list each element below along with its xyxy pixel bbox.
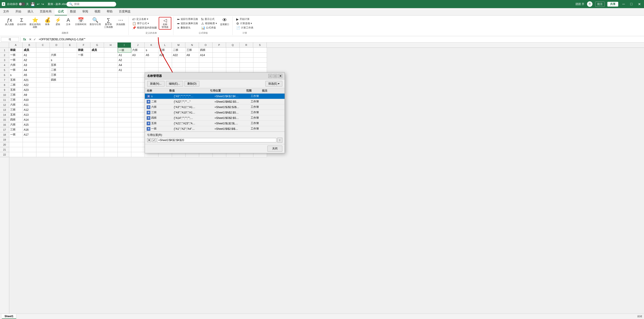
cell-D22[interactable]	[50, 152, 64, 157]
cell-L3[interactable]	[158, 58, 172, 62]
cell-I7[interactable]	[118, 78, 131, 82]
comment-button[interactable]: 批注	[595, 2, 605, 7]
cell-J10[interactable]	[131, 92, 145, 98]
cell-B4[interactable]: A3	[23, 62, 36, 68]
cell-D13[interactable]	[50, 108, 64, 112]
cell-F5[interactable]	[77, 68, 91, 72]
cell-A22[interactable]	[9, 152, 23, 157]
cell-J5[interactable]	[131, 68, 145, 72]
nm-close-button[interactable]: ✕	[278, 74, 282, 78]
math-button[interactable]: ∑ 数学和三角函数	[102, 17, 114, 29]
trace-precedents-button[interactable]: ⬅ 追踪引用单元格	[176, 17, 199, 21]
cell-I12[interactable]	[118, 102, 131, 108]
row-header-15[interactable]: 15	[0, 117, 9, 122]
cell-J19[interactable]	[131, 137, 145, 142]
col-header-N[interactable]: N	[185, 42, 199, 48]
row-header-21[interactable]: 21	[0, 147, 9, 152]
watch-window-button[interactable]: 👁 监视窗口	[219, 17, 230, 26]
cell-A10[interactable]: 三班	[9, 92, 23, 98]
row-header-8[interactable]: 8	[0, 82, 9, 88]
row-header-13[interactable]: 13	[0, 108, 9, 112]
cell-C17[interactable]	[36, 127, 50, 132]
cell-D15[interactable]	[50, 117, 64, 122]
cell-H20[interactable]	[104, 142, 118, 147]
col-header-G[interactable]: G	[90, 42, 104, 48]
col-header-J[interactable]: J	[131, 42, 145, 48]
nm-minimize-button[interactable]: ─	[268, 74, 272, 78]
cell-B9[interactable]: A23	[23, 88, 36, 92]
name-manager-button[interactable]: ◁ 名称管理器	[159, 17, 171, 30]
cell-I20[interactable]	[118, 142, 131, 147]
cell-C14[interactable]	[36, 112, 50, 117]
cell-E11[interactable]	[64, 98, 77, 102]
tab-layout[interactable]: 页面布局	[36, 8, 55, 15]
search-input[interactable]	[74, 2, 114, 6]
cell-K3[interactable]	[145, 58, 158, 62]
cell-C19[interactable]	[36, 137, 50, 142]
cell-C15[interactable]	[36, 117, 50, 122]
cell-A19[interactable]	[9, 137, 23, 142]
cell-E16[interactable]	[64, 122, 77, 127]
cell-F22[interactable]	[77, 152, 91, 157]
cell-A20[interactable]	[9, 142, 23, 147]
cell-H17[interactable]	[104, 127, 118, 132]
cell-H18[interactable]	[104, 132, 118, 137]
cell-I10[interactable]	[118, 92, 131, 98]
cell-B10[interactable]: A9	[23, 92, 36, 98]
redo-icon[interactable]: ↪	[41, 2, 44, 6]
define-name-button[interactable]: 🏷 定义名称 ▾	[131, 17, 158, 21]
cell-B6[interactable]: A5	[23, 72, 36, 78]
cell-E5[interactable]	[64, 68, 77, 72]
create-from-selection-button[interactable]: 📌 根据所选内容创建	[131, 26, 158, 30]
cell-G5[interactable]	[91, 68, 104, 72]
cell-P1[interactable]	[213, 48, 226, 53]
cell-D18[interactable]	[50, 132, 64, 137]
cell-B8[interactable]: A22	[23, 82, 36, 88]
cell-H15[interactable]	[104, 117, 118, 122]
row-header-7[interactable]: 7	[0, 78, 9, 82]
tab-help[interactable]: 帮助	[104, 8, 116, 15]
cell-I5[interactable]: A1	[118, 68, 131, 72]
corner-cell[interactable]	[0, 42, 9, 48]
cell-I6[interactable]	[118, 72, 131, 78]
cell-K4[interactable]	[145, 62, 158, 68]
cell-H4[interactable]	[104, 62, 118, 68]
cell-J20[interactable]	[131, 142, 145, 147]
tab-home[interactable]: 开始	[12, 8, 24, 15]
cell-F16[interactable]	[77, 122, 91, 127]
cell-E15[interactable]	[64, 117, 77, 122]
cell-G13[interactable]	[91, 108, 104, 112]
cell-D7[interactable]: 四班	[50, 78, 64, 82]
start-calc-button[interactable]: ▶ 开始计算	[235, 17, 255, 21]
cell-H19[interactable]	[104, 137, 118, 142]
cell-B5[interactable]: A4	[23, 68, 36, 72]
cell-F13[interactable]	[77, 108, 91, 112]
logical-button[interactable]: ⚡ 逻辑	[53, 17, 63, 26]
cell-H5[interactable]	[104, 68, 118, 72]
cell-C12[interactable]	[36, 102, 50, 108]
cell-D5[interactable]: 二班	[50, 68, 64, 72]
insert-function-button[interactable]: ƒx 插入函数	[4, 17, 15, 26]
cell-O5[interactable]	[199, 68, 213, 72]
cell-I13[interactable]	[118, 108, 131, 112]
cell-C22[interactable]	[36, 152, 50, 157]
cell-S5[interactable]	[254, 68, 267, 72]
cell-E4[interactable]	[64, 62, 77, 68]
cell-L2[interactable]: A21	[158, 53, 172, 58]
cell-J4[interactable]	[131, 62, 145, 68]
cell-O3[interactable]	[199, 58, 213, 62]
cell-Q4[interactable]	[226, 62, 240, 68]
cell-I14[interactable]	[118, 112, 131, 117]
cell-D3[interactable]: s	[50, 58, 64, 62]
use-in-formula-button[interactable]: 📋 用于公式 ▾	[131, 21, 158, 26]
cell-E3[interactable]	[64, 58, 77, 62]
nm-ref-input[interactable]: =Sheet1!$K$2:$K$20	[157, 138, 276, 142]
cell-I19[interactable]	[118, 137, 131, 142]
cell-J14[interactable]	[131, 112, 145, 117]
cell-N4[interactable]	[186, 62, 199, 68]
col-header-L[interactable]: L	[158, 42, 172, 48]
cell-R1[interactable]	[240, 48, 254, 53]
cell-A3[interactable]: 一班	[9, 58, 23, 62]
cell-L4[interactable]	[158, 62, 172, 68]
autosave-toggle[interactable]	[19, 2, 25, 6]
